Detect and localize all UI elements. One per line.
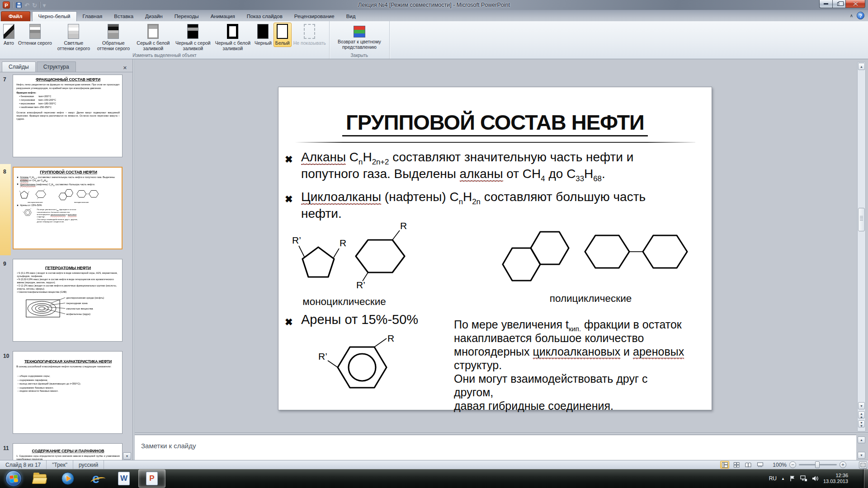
slide-title[interactable]: ГРУППОВОЙ СОСТАВ НЕФТИ bbox=[278, 110, 712, 136]
linked-rings-structure[interactable] bbox=[584, 233, 688, 271]
taskbar-media-player-button[interactable] bbox=[54, 469, 81, 488]
save-icon[interactable] bbox=[16, 2, 22, 8]
back-to-color-button[interactable]: Возврат к цветному представлению bbox=[331, 23, 388, 51]
scrollbar-thumb[interactable] bbox=[858, 208, 865, 231]
tab-file[interactable]: Файл bbox=[1, 11, 30, 21]
polycyclic-label[interactable]: полициклические bbox=[535, 293, 646, 305]
taskbar-word-button[interactable]: W bbox=[110, 469, 137, 488]
language-indicator[interactable]: русский bbox=[73, 460, 104, 469]
button-label: Возврат к цветному представлению bbox=[333, 39, 386, 50]
zoom-level[interactable]: 100% bbox=[773, 462, 787, 468]
close-icon bbox=[853, 2, 858, 6]
slide-canvas[interactable]: ГРУППОВОЙ СОСТАВ НЕФТИ ГРУППОВОЙ СОСТАВ … bbox=[278, 87, 712, 410]
normal-view-button[interactable] bbox=[720, 461, 729, 469]
action-center-flag-icon[interactable] bbox=[789, 475, 796, 482]
panel-scroll-down-button[interactable]: ▼ bbox=[123, 452, 131, 460]
black-button[interactable]: Черный bbox=[253, 23, 274, 47]
zoom-in-button[interactable]: + bbox=[840, 461, 846, 468]
fused-bicyclic-structure[interactable] bbox=[499, 221, 572, 284]
thumb-list-item: N (0,02-0,8% масс.)входит в состав нефти… bbox=[17, 278, 119, 284]
start-button[interactable] bbox=[5, 470, 22, 487]
qat-dropdown-icon[interactable]: ▾ bbox=[43, 2, 46, 9]
auto-button[interactable]: Авто bbox=[1, 23, 16, 47]
fit-to-window-button[interactable] bbox=[859, 461, 867, 469]
zoom-out-button[interactable]: − bbox=[789, 461, 796, 468]
monocyclic-label[interactable]: моноциклические bbox=[291, 296, 397, 308]
cyclopentane-structure[interactable]: R’ R bbox=[292, 236, 349, 282]
keyboard-language-indicator[interactable]: RU bbox=[769, 475, 777, 482]
show-desktop-button[interactable] bbox=[864, 469, 868, 488]
black-gray-fill-button[interactable]: Черный с серой заливкой bbox=[173, 23, 213, 52]
scroll-down-button[interactable]: ▼ bbox=[858, 402, 865, 409]
taskbar-powerpoint-button[interactable]: P bbox=[138, 469, 165, 488]
tab-review[interactable]: Рецензирование bbox=[288, 12, 340, 21]
redo-icon[interactable]: ↻ bbox=[32, 2, 37, 9]
zoom-slider[interactable] bbox=[799, 464, 837, 465]
slide-thumbnail-10[interactable]: 10 ТЕХНОЛОГИЧЕСКАЯ ХАРАКТЕРИСТИКА НЕФТИ … bbox=[0, 351, 132, 437]
tab-home[interactable]: Главная bbox=[77, 12, 108, 21]
clock[interactable]: 12:36 13.03.2013 bbox=[823, 473, 848, 484]
tab-design[interactable]: Дизайн bbox=[139, 12, 169, 21]
collapse-ribbon-icon[interactable]: ∧ bbox=[850, 13, 853, 18]
slideshow-view-button[interactable] bbox=[755, 461, 764, 469]
tab-insert[interactable]: Вставка bbox=[108, 12, 139, 21]
undo-icon[interactable]: ↶ bbox=[24, 2, 29, 9]
bullet-arenes[interactable]: ✖ Арены от 15%-50% bbox=[285, 311, 418, 330]
tray-expand-icon[interactable]: ▲ bbox=[781, 477, 785, 481]
benzene-structure[interactable]: R R’ bbox=[318, 333, 402, 402]
minimize-icon bbox=[824, 3, 828, 5]
inverse-grayscale-button[interactable]: Обратные оттенки серого bbox=[94, 23, 133, 52]
tab-slides[interactable]: Слайды bbox=[2, 61, 36, 72]
bullet-alkanes[interactable]: ✖ Алканы CnH2n+2 составляют значительную… bbox=[285, 149, 705, 182]
powerpoint-app-icon[interactable]: P bbox=[3, 1, 10, 9]
close-button[interactable] bbox=[845, 0, 865, 8]
bullet-icon: ✖ bbox=[285, 188, 301, 222]
taskbar-internet-explorer-button[interactable]: e bbox=[82, 469, 109, 488]
network-icon[interactable] bbox=[800, 475, 807, 482]
button-label: Авто bbox=[4, 40, 14, 46]
restore-button[interactable] bbox=[833, 0, 845, 8]
notes-scroll-down-button[interactable]: ▼ bbox=[858, 452, 865, 459]
tab-black-white[interactable]: Черно-белый bbox=[32, 11, 77, 21]
scroll-up-button[interactable]: ▲ bbox=[858, 63, 865, 70]
previous-slide-button[interactable]: ▲▲ bbox=[858, 411, 865, 418]
grayscale-icon bbox=[29, 24, 41, 39]
tab-outline[interactable]: Структура bbox=[37, 61, 76, 72]
notes-pane[interactable]: Заметки к слайду bbox=[135, 435, 856, 460]
residue-paragraph[interactable]: По мере увеличения tкип. фракции в остат… bbox=[454, 318, 684, 413]
slide-thumbnail-8-selected[interactable]: 8 ГРУППОВОЙ СОСТАВ НЕФТИ ✖Алканы CnH2n+2… bbox=[0, 167, 132, 253]
white-button[interactable]: Белый bbox=[274, 23, 292, 47]
speaker-icon[interactable] bbox=[812, 475, 819, 482]
panel-close-icon[interactable]: ✕ bbox=[121, 64, 129, 72]
slide-thumbnail-9[interactable]: 9 ГЕТЕРОАТОМЫ НЕФТИ S (0,1-4% масс.) вхо… bbox=[0, 259, 132, 345]
tab-transitions[interactable]: Переходы bbox=[169, 12, 205, 21]
editor-scrollbar[interactable]: ▲ ▼ ▲▲ ▼▼ bbox=[857, 62, 866, 432]
bullet-cycloalkanes[interactable]: ✖ Циклоалканы (нафтены) CnH2n составляют… bbox=[285, 188, 705, 222]
help-icon[interactable]: ? bbox=[857, 12, 864, 19]
gray-white-fill-button[interactable]: Серый с белой заливкой bbox=[133, 23, 173, 52]
grayscale-button[interactable]: Оттенки серого bbox=[16, 23, 54, 47]
button-label: Оттенки серого bbox=[18, 40, 52, 46]
notes-scroll-up-button[interactable]: ▲ bbox=[858, 436, 865, 443]
separator bbox=[40, 2, 40, 8]
next-slide-button[interactable]: ▼▼ bbox=[858, 420, 865, 427]
thumb-paragraph: Нефть легко разделяется на фракции по те… bbox=[16, 84, 120, 90]
tab-slideshow[interactable]: Показ слайдов bbox=[241, 12, 288, 21]
reading-view-button[interactable] bbox=[744, 461, 753, 469]
tab-animations[interactable]: Анимация bbox=[205, 12, 241, 21]
thumb-list-item: O (1-2% масс.)входит в состав нефти в ра… bbox=[17, 284, 119, 291]
zoom-slider-thumb[interactable] bbox=[815, 461, 820, 468]
notes-placeholder[interactable]: Заметки к слайду bbox=[141, 442, 196, 450]
tab-view[interactable]: Вид bbox=[340, 12, 362, 21]
black-white-fill-button[interactable]: Черный с белой заливкой bbox=[213, 23, 253, 52]
light-grayscale-button[interactable]: Светлые оттенки серого bbox=[54, 23, 94, 52]
taskbar-explorer-button[interactable] bbox=[26, 469, 53, 488]
slide-thumbnail-7[interactable]: 7 ФРАКЦИОННЫЙ СОСТАВ НЕФТИ Нефть легко р… bbox=[0, 75, 132, 160]
benzene-mini bbox=[21, 207, 34, 218]
theme-name[interactable]: "Трек" bbox=[47, 460, 73, 469]
cyclohexane-structure[interactable]: R R’ bbox=[349, 222, 416, 289]
slide-thumbnail-11[interactable]: 11 СОДЕРЖАНИЕ СЕРЫ И ПАРАФИНОВ 1. Содерж… bbox=[0, 443, 132, 460]
slide-sorter-view-button[interactable] bbox=[732, 461, 741, 469]
minimize-button[interactable] bbox=[819, 0, 833, 8]
ribbon-group-change-object: Авто Оттенки серого Светлые оттенки серо… bbox=[0, 21, 330, 59]
